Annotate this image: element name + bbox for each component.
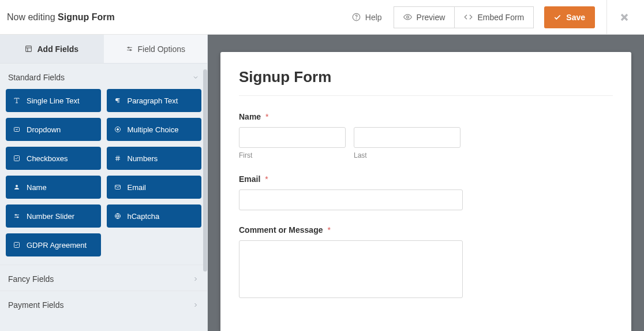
field-multiple-choice[interactable]: Multiple Choice — [107, 118, 202, 141]
field-numbers[interactable]: Numbers — [107, 147, 202, 170]
eye-icon — [403, 13, 412, 21]
field-label: Paragraph Text — [128, 96, 178, 105]
form-field-name[interactable]: Name * First Last — [239, 112, 613, 159]
svg-point-16 — [117, 129, 118, 131]
help-link[interactable]: Help — [352, 13, 382, 22]
field-label: Number Slider — [27, 212, 74, 221]
field-email[interactable]: Email — [107, 176, 202, 199]
editing-title: Now editing Signup Form — [7, 12, 115, 23]
name-field-label: Name * — [239, 112, 613, 121]
svg-line-21 — [118, 156, 119, 161]
main-area: Add Fields Field Options Standard Fields — [0, 35, 644, 331]
field-number-slider[interactable]: Number Slider — [6, 204, 101, 228]
field-label: Email — [128, 183, 147, 192]
preview-button[interactable]: Preview — [394, 6, 455, 28]
sliders-icon — [13, 213, 21, 220]
chevron-right-icon — [192, 302, 199, 308]
field-label: Dropdown — [27, 125, 61, 134]
text-icon — [13, 97, 21, 104]
top-toolbar: Now editing Signup Form Help Preview Emb… — [0, 0, 644, 35]
field-label: Name — [27, 183, 47, 192]
preview-label: Preview — [417, 13, 445, 22]
name-row: First Last — [239, 127, 613, 159]
comment-label-text: Comment or Message — [239, 225, 323, 235]
group-header-fancy[interactable]: Fancy Fields — [0, 265, 207, 291]
field-gdpr-agreement[interactable]: GDPR Agreement — [6, 233, 101, 256]
scrollbar[interactable] — [203, 69, 207, 272]
svg-rect-14 — [14, 128, 20, 132]
editing-prefix: Now editing — [7, 12, 55, 22]
svg-point-11 — [130, 50, 131, 51]
close-button[interactable] — [619, 12, 630, 23]
chevron-down-icon — [192, 74, 199, 81]
sidebar-panel: Standard Fields Single Line Text Paragra… — [0, 64, 207, 331]
tab-add-fields[interactable]: Add Fields — [0, 35, 104, 63]
last-sub-label: Last — [354, 151, 460, 159]
embed-label: Embed Form — [477, 13, 524, 22]
group-header-standard[interactable]: Standard Fields — [0, 64, 207, 89]
svg-point-24 — [16, 214, 17, 215]
hash-icon — [114, 155, 122, 162]
form-card[interactable]: Signup Form Name * First Last — [220, 52, 631, 331]
group-fancy-label: Fancy Fields — [8, 274, 54, 284]
form-field-comment[interactable]: Comment or Message * — [239, 225, 613, 300]
save-button[interactable]: Save — [544, 6, 595, 28]
last-name-input[interactable] — [354, 127, 460, 148]
editing-form-name: Signup Form — [58, 12, 115, 22]
save-label: Save — [566, 13, 585, 22]
group-header-payment[interactable]: Payment Fields — [0, 291, 207, 317]
last-name-col: Last — [354, 127, 460, 159]
email-label-text: Email — [239, 174, 260, 184]
chevron-right-icon — [192, 276, 199, 282]
grid-icon — [25, 45, 32, 53]
field-label: Multiple Choice — [128, 125, 179, 134]
check-icon — [13, 241, 21, 248]
comment-textarea[interactable] — [239, 240, 463, 298]
field-hcaptcha[interactable]: hCaptcha — [107, 204, 202, 228]
code-icon — [464, 13, 473, 21]
form-field-email[interactable]: Email * — [239, 174, 613, 210]
field-name[interactable]: Name — [6, 176, 101, 199]
field-paragraph-text[interactable]: Paragraph Text — [107, 89, 202, 112]
svg-point-1 — [356, 18, 357, 19]
embed-button[interactable]: Embed Form — [455, 6, 534, 28]
field-label: Numbers — [128, 154, 158, 163]
first-name-col: First — [239, 127, 346, 159]
paragraph-icon — [114, 97, 122, 104]
question-circle-icon — [352, 13, 361, 21]
field-label: Single Line Text — [27, 96, 80, 105]
toolbar-divider — [606, 0, 607, 35]
dropdown-icon — [13, 126, 21, 133]
first-sub-label: First — [239, 151, 346, 159]
field-checkboxes[interactable]: Checkboxes — [6, 147, 101, 170]
tab-add-fields-label: Add Fields — [37, 44, 78, 54]
svg-rect-5 — [26, 46, 32, 52]
email-input[interactable] — [239, 189, 463, 210]
sliders-icon — [126, 45, 133, 53]
help-label: Help — [365, 13, 382, 22]
required-marker: * — [265, 174, 268, 184]
field-dropdown[interactable]: Dropdown — [6, 118, 101, 141]
field-label: hCaptcha — [128, 212, 160, 221]
field-label: GDPR Agreement — [27, 241, 87, 250]
group-standard-label: Standard Fields — [8, 73, 65, 82]
user-icon — [13, 184, 21, 191]
check-icon — [553, 13, 561, 21]
globe-icon — [114, 213, 122, 220]
fields-sidebar: Add Fields Field Options Standard Fields — [0, 35, 208, 331]
envelope-icon — [114, 184, 122, 191]
check-icon — [13, 155, 21, 162]
svg-line-20 — [117, 156, 117, 161]
required-marker: * — [265, 112, 268, 121]
first-name-input[interactable] — [239, 127, 346, 148]
name-label-text: Name — [239, 112, 261, 121]
email-field-label: Email * — [239, 174, 613, 184]
tab-field-options[interactable]: Field Options — [104, 35, 208, 63]
radio-icon — [114, 126, 122, 133]
field-single-line-text[interactable]: Single Line Text — [6, 89, 101, 112]
svg-point-9 — [128, 47, 129, 48]
svg-point-26 — [17, 217, 18, 218]
sidebar-tabs: Add Fields Field Options — [0, 35, 207, 64]
comment-field-label: Comment or Message * — [239, 225, 613, 235]
group-payment-label: Payment Fields — [8, 300, 63, 310]
